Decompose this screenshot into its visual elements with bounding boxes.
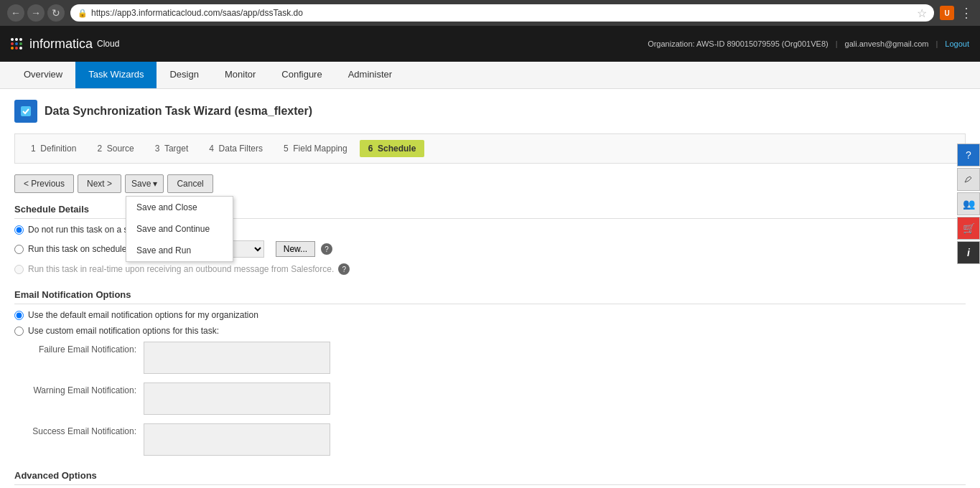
use-custom-email-radio[interactable] xyxy=(14,327,24,336)
step-target[interactable]: 3 Target xyxy=(146,140,197,157)
dot1 xyxy=(11,38,14,41)
bookmark-icon[interactable]: ☆ xyxy=(917,6,927,20)
advanced-section-title: Advanced Options xyxy=(14,470,966,485)
nav-tabs: Overview Task Wizards Design Monitor Con… xyxy=(0,62,980,89)
cart-sidebar-icon[interactable]: 🛒 xyxy=(957,217,980,240)
step-data-filters[interactable]: 4 Data Filters xyxy=(200,140,271,157)
tab-overview[interactable]: Overview xyxy=(11,62,75,88)
use-custom-email-label: Use custom email notification options fo… xyxy=(28,326,219,336)
logo-cloud: Cloud xyxy=(97,39,119,49)
realtime-radio[interactable] xyxy=(14,265,24,274)
url-text: https://app3.informaticacloud.com/saas/a… xyxy=(91,8,303,18)
save-and-continue-item[interactable]: Save and Continue xyxy=(126,218,233,240)
email-section-title: Email Notification Options xyxy=(14,289,966,304)
header-right: Organization: AWS-ID 890015079595 (Org00… xyxy=(648,39,969,48)
email-notification-section: Email Notification Options Use the defau… xyxy=(14,289,966,456)
use-default-email-label: Use the default email notification optio… xyxy=(28,310,258,320)
warning-email-row: Warning Email Notification: xyxy=(14,383,966,415)
address-bar[interactable]: 🔒 https://app3.informaticacloud.com/saas… xyxy=(70,4,934,22)
dot9 xyxy=(19,47,22,50)
separator1: | xyxy=(836,39,838,48)
dot8 xyxy=(15,47,18,50)
step-schedule[interactable]: 6 Schedule xyxy=(360,140,425,157)
user-email: gali.anvesh@gmail.com xyxy=(845,39,929,48)
save-and-run-item[interactable]: Save and Run xyxy=(126,240,233,261)
save-dropdown-arrow[interactable]: ▾ xyxy=(153,179,157,189)
wizard-steps: 1 Definition 2 Source 3 Target 4 Data Fi… xyxy=(14,133,966,164)
dot6 xyxy=(19,42,22,45)
edit-sidebar-icon[interactable] xyxy=(957,168,980,191)
logo-text: informatica xyxy=(29,37,93,52)
no-schedule-label: Do not run this task on a s xyxy=(28,225,128,235)
tab-administer[interactable]: Administer xyxy=(335,62,405,88)
step-source[interactable]: 2 Source xyxy=(88,140,142,157)
toolbar: < Previous Next > Save ▾ Cancel Save and… xyxy=(14,174,966,193)
task-icon xyxy=(14,100,37,123)
dot5 xyxy=(15,42,18,45)
dot4 xyxy=(11,42,14,45)
extension-icon[interactable]: U xyxy=(940,6,954,20)
tab-monitor[interactable]: Monitor xyxy=(212,62,269,88)
logo-dots xyxy=(11,38,25,50)
tab-configure[interactable]: Configure xyxy=(269,62,335,88)
use-default-email-radio[interactable] xyxy=(14,311,24,320)
org-info: Organization: AWS-ID 890015079595 (Org00… xyxy=(648,39,829,48)
forward-button[interactable]: → xyxy=(27,4,45,22)
secure-icon: 🔒 xyxy=(78,9,88,18)
dot7 xyxy=(11,47,14,50)
save-label: Save xyxy=(131,179,151,189)
help-sidebar-icon[interactable]: ? xyxy=(957,144,980,166)
step-definition[interactable]: 1 Definition xyxy=(22,140,85,157)
dot2 xyxy=(15,38,18,41)
run-schedule-label: Run this task on schedule: xyxy=(28,244,129,254)
browser-bar: ← → ↻ 🔒 https://app3.informaticacloud.co… xyxy=(0,0,980,26)
tab-design[interactable]: Design xyxy=(157,62,211,88)
page-content: Data Synchronization Task Wizard (esma_f… xyxy=(0,89,980,488)
reload-button[interactable]: ↻ xyxy=(47,4,65,22)
use-default-email-option: Use the default email notification optio… xyxy=(14,310,966,320)
failure-email-row: Failure Email Notification: xyxy=(14,342,966,374)
cancel-button[interactable]: Cancel xyxy=(167,174,213,193)
save-and-close-item[interactable]: Save and Close xyxy=(126,197,233,218)
warning-email-input[interactable] xyxy=(144,383,330,415)
warning-email-label: Warning Email Notification: xyxy=(14,383,136,395)
logo-area: informatica Cloud xyxy=(11,37,119,52)
use-custom-email-option: Use custom email notification options fo… xyxy=(14,326,966,336)
browser-menu-button[interactable]: ⋮ xyxy=(960,5,973,21)
dot3 xyxy=(19,38,22,41)
advanced-section: Advanced Options Preprocessing Commands:… xyxy=(14,470,966,488)
realtime-help-icon[interactable]: ? xyxy=(338,263,350,275)
next-button[interactable]: Next > xyxy=(78,174,121,193)
save-button[interactable]: Save ▾ xyxy=(125,174,164,193)
page-title: Data Synchronization Task Wizard (esma_f… xyxy=(45,105,312,118)
app-header: informatica Cloud Organization: AWS-ID 8… xyxy=(0,26,980,62)
no-schedule-radio[interactable] xyxy=(14,225,24,235)
save-dropdown-menu: Save and Close Save and Continue Save an… xyxy=(126,196,233,262)
schedule-help-icon[interactable]: ? xyxy=(321,243,332,255)
realtime-label: Run this task in real-time upon receivin… xyxy=(28,264,334,274)
failure-email-input[interactable] xyxy=(144,342,330,374)
svg-rect-0 xyxy=(21,106,31,116)
run-schedule-option: Run this task on schedule: xyxy=(14,244,129,254)
success-email-row: Success Email Notification: xyxy=(14,423,966,456)
success-email-input[interactable] xyxy=(144,423,330,456)
info-sidebar-icon[interactable]: i xyxy=(957,241,980,264)
step-field-mapping[interactable]: 5 Field Mapping xyxy=(275,140,356,157)
svg-rect-1 xyxy=(963,174,974,184)
browser-nav-buttons: ← → ↻ xyxy=(7,4,65,22)
back-button[interactable]: ← xyxy=(7,4,24,22)
logout-link[interactable]: Logout xyxy=(945,39,969,48)
run-schedule-radio[interactable] xyxy=(14,245,24,254)
prev-button[interactable]: < Previous xyxy=(14,174,74,193)
page-title-row: Data Synchronization Task Wizard (esma_f… xyxy=(14,100,966,123)
separator2: | xyxy=(935,39,938,48)
new-schedule-button[interactable]: New... xyxy=(276,241,315,257)
failure-email-label: Failure Email Notification: xyxy=(14,342,136,355)
tab-task-wizards[interactable]: Task Wizards xyxy=(75,62,157,88)
success-email-label: Success Email Notification: xyxy=(14,423,136,436)
realtime-option: Run this task in real-time upon receivin… xyxy=(14,263,966,275)
right-sidebar: ? 👥 🛒 i xyxy=(957,144,980,264)
users-sidebar-icon[interactable]: 👥 xyxy=(957,192,980,215)
